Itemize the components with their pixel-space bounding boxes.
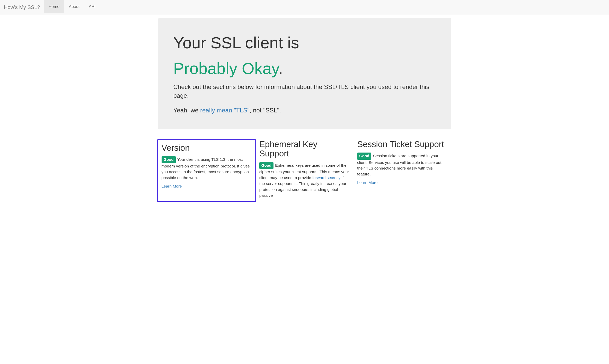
version-heading: Version bbox=[162, 143, 252, 153]
forward-secrecy-link[interactable]: forward secrecy bbox=[312, 175, 340, 180]
section-session: Session Ticket Support Good Session tick… bbox=[353, 140, 451, 201]
hero-subtext: Yeah, we really mean "TLS", not "SSL". bbox=[173, 107, 436, 114]
hero-title-prefix: Your SSL client is bbox=[173, 33, 436, 52]
hero-status: Probably Okay. bbox=[173, 59, 436, 78]
session-heading: Session Ticket Support bbox=[357, 140, 447, 149]
info-columns: Version Good Your client is using TLS 1.… bbox=[158, 140, 451, 201]
tls-meaning-link[interactable]: really mean "TLS" bbox=[200, 107, 250, 114]
ephemeral-badge: Good bbox=[259, 162, 273, 169]
version-learn-more-link[interactable]: Learn More bbox=[162, 184, 182, 188]
version-body: Good Your client is using TLS 1.3, the m… bbox=[162, 156, 252, 181]
hero-status-period: . bbox=[278, 59, 283, 77]
hero-sub-suffix: , not "SSL". bbox=[250, 107, 281, 114]
hero-lead: Check out the sections below for informa… bbox=[173, 83, 436, 100]
brand-link[interactable]: How's My SSL? bbox=[0, 0, 44, 15]
top-nav: How's My SSL? Home About API bbox=[0, 0, 609, 15]
session-body: Good Session tickets are supported in yo… bbox=[357, 153, 447, 177]
hero-status-text: Probably Okay bbox=[173, 59, 279, 77]
nav-about[interactable]: About bbox=[64, 0, 84, 13]
ephemeral-heading: Ephemeral Key Support bbox=[259, 140, 349, 158]
main-container: Your SSL client is Probably Okay. Check … bbox=[154, 18, 455, 202]
hero-sub-prefix: Yeah, we bbox=[173, 107, 200, 114]
session-learn-more-link[interactable]: Learn More bbox=[357, 180, 377, 185]
nav-api[interactable]: API bbox=[84, 0, 100, 13]
section-ephemeral: Ephemeral Key Support Good Ephemeral key… bbox=[255, 140, 353, 201]
section-version: Version Good Your client is using TLS 1.… bbox=[158, 140, 255, 201]
nav-home[interactable]: Home bbox=[44, 0, 64, 13]
session-badge: Good bbox=[357, 153, 371, 159]
version-badge: Good bbox=[162, 156, 176, 163]
ephemeral-body: Good Ephemeral keys are used in some of … bbox=[259, 162, 349, 199]
hero-panel: Your SSL client is Probably Okay. Check … bbox=[158, 18, 451, 129]
nav-list: Home About API bbox=[44, 0, 100, 15]
